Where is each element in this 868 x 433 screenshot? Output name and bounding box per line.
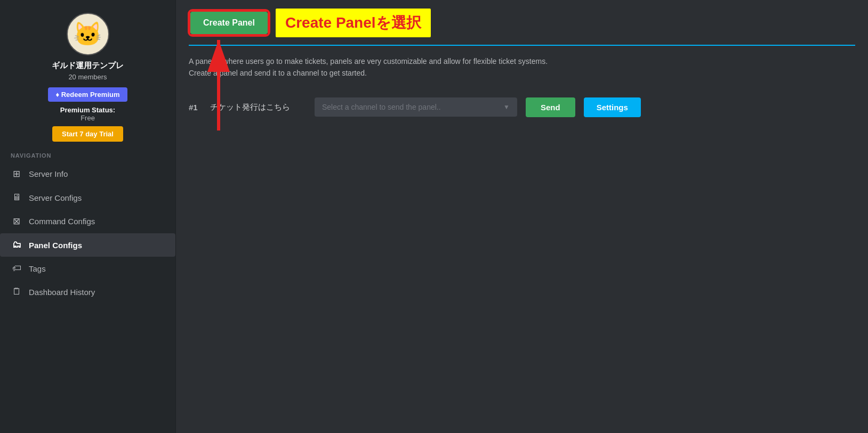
server-info-icon: ⊞ [11,168,22,179]
panel-number: #1 [189,103,202,112]
channel-select-dropdown[interactable]: Select a channel to send the panel.. ▼ [315,97,517,117]
avatar-emoji: 🐱 [73,20,102,48]
header-area: Create Panel Create Panelを選択 [176,0,868,37]
create-panel-button[interactable]: Create Panel [190,12,268,34]
member-count: 20 members [68,73,107,81]
sidebar-item-label: Tags [29,264,46,273]
premium-status-value: Free [81,114,95,122]
annotation-text: Create Panelを選択 [276,9,431,37]
sidebar-item-tags[interactable]: 🏷 Tags [0,257,175,280]
panel-row: #1 チケット発行はこちら Select a channel to send t… [189,97,855,117]
sidebar-item-panel-configs[interactable]: 🗂 Panel Configs [0,233,175,257]
sidebar-item-label: Panel Configs [29,241,82,250]
description-area: A panel is where users go to make ticket… [176,46,868,85]
main-content: Create Panel Create Panelを選択 A panel is … [176,0,868,433]
dashboard-history-icon: 🗒 [11,287,22,297]
sidebar-item-dashboard-history[interactable]: 🗒 Dashboard History [0,280,175,304]
start-trial-button[interactable]: Start 7 day Trial [52,126,123,142]
command-configs-icon: ⊠ [11,216,22,227]
sidebar-item-label: Command Configs [29,217,95,226]
create-panel-wrapper: Create Panel [189,10,269,36]
nav-label: NAVIGATION [0,152,175,159]
sidebar: 🐱 ギルド運用テンプレ 20 members ♦ Redeem Premium … [0,0,176,433]
settings-button[interactable]: Settings [584,97,641,117]
description-line1: A panel is where users go to make ticket… [189,55,855,67]
server-configs-icon: 🖥 [11,192,22,203]
panel-title: チケット発行はこちら [210,102,306,112]
panel-configs-icon: 🗂 [11,240,22,250]
guild-name: ギルド運用テンプレ [52,61,124,71]
redeem-premium-button[interactable]: ♦ Redeem Premium [48,87,127,102]
send-button[interactable]: Send [526,97,575,117]
sidebar-item-server-info[interactable]: ⊞ Server Info [0,162,175,186]
description-line2: Create a panel and send it to a channel … [189,67,855,79]
avatar: 🐱 [67,13,109,55]
premium-status-label: Premium Status: [60,106,115,114]
sidebar-item-label: Dashboard History [29,288,95,297]
sidebar-item-label: Server Info [29,169,68,178]
tags-icon: 🏷 [11,263,22,274]
nav-list: ⊞ Server Info 🖥 Server Configs ⊠ Command… [0,162,175,304]
chevron-down-icon: ▼ [503,103,510,111]
channel-select-placeholder: Select a channel to send the panel.. [322,103,441,111]
sidebar-item-server-configs[interactable]: 🖥 Server Configs [0,186,175,209]
sidebar-item-command-configs[interactable]: ⊠ Command Configs [0,209,175,233]
sidebar-item-label: Server Configs [29,193,82,202]
